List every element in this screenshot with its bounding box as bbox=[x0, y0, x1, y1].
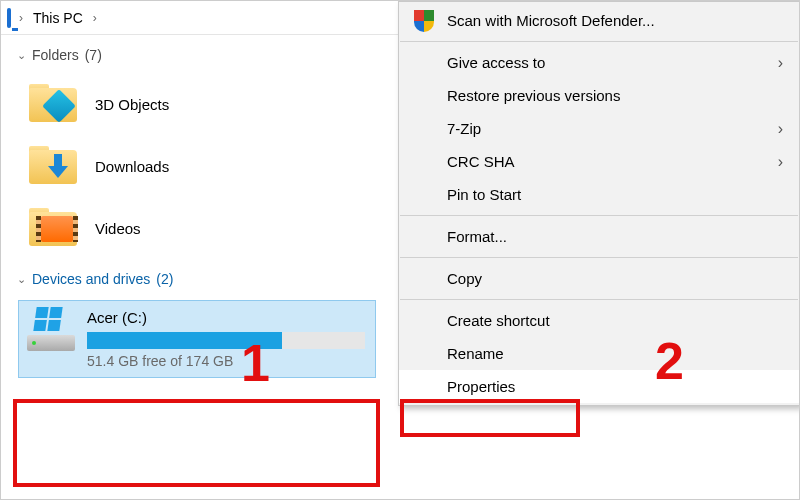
menu-label: CRC SHA bbox=[447, 153, 766, 170]
folder-label: Videos bbox=[95, 220, 141, 237]
chevron-right-icon[interactable]: › bbox=[91, 11, 99, 25]
drive-icon bbox=[27, 307, 75, 351]
menu-crc-sha[interactable]: CRC SHA › bbox=[399, 145, 799, 178]
menu-create-shortcut[interactable]: Create shortcut bbox=[399, 304, 799, 337]
menu-label: Restore previous versions bbox=[447, 87, 783, 104]
menu-label: 7-Zip bbox=[447, 120, 766, 137]
folder-icon bbox=[29, 208, 77, 248]
menu-label: Copy bbox=[447, 270, 783, 287]
menu-give-access[interactable]: Give access to › bbox=[399, 46, 799, 79]
drive-name: Acer (C:) bbox=[87, 309, 365, 326]
menu-label: Rename bbox=[447, 345, 783, 362]
folder-icon bbox=[29, 146, 77, 186]
chevron-right-icon: › bbox=[778, 120, 783, 138]
section-count: (2) bbox=[156, 271, 173, 287]
section-title: Folders bbox=[32, 47, 79, 63]
context-menu: Scan with Microsoft Defender... Give acc… bbox=[398, 1, 800, 406]
drive-usage-bar bbox=[87, 332, 365, 349]
menu-pin-to-start[interactable]: Pin to Start bbox=[399, 178, 799, 211]
menu-label: Format... bbox=[447, 228, 783, 245]
menu-label: Create shortcut bbox=[447, 312, 783, 329]
menu-label: Properties bbox=[447, 378, 783, 395]
menu-separator bbox=[400, 257, 798, 258]
section-title: Devices and drives bbox=[32, 271, 150, 287]
menu-7zip[interactable]: 7-Zip › bbox=[399, 112, 799, 145]
menu-label: Give access to bbox=[447, 54, 766, 71]
chevron-right-icon: › bbox=[778, 54, 783, 72]
menu-properties[interactable]: Properties bbox=[399, 370, 799, 403]
monitor-icon bbox=[7, 10, 11, 26]
menu-separator bbox=[400, 41, 798, 42]
menu-rename[interactable]: Rename bbox=[399, 337, 799, 370]
menu-format[interactable]: Format... bbox=[399, 220, 799, 253]
folder-label: 3D Objects bbox=[95, 96, 169, 113]
chevron-right-icon: › bbox=[778, 153, 783, 171]
annotation-box-1 bbox=[13, 399, 380, 487]
drive-free-text: 51.4 GB free of 174 GB bbox=[87, 353, 365, 369]
shield-icon bbox=[413, 10, 435, 32]
section-count: (7) bbox=[85, 47, 102, 63]
chevron-down-icon: ⌄ bbox=[17, 273, 26, 286]
folder-label: Downloads bbox=[95, 158, 169, 175]
breadcrumb-location[interactable]: This PC bbox=[31, 10, 85, 26]
menu-label: Scan with Microsoft Defender... bbox=[447, 12, 783, 29]
menu-label: Pin to Start bbox=[447, 186, 783, 203]
menu-restore-versions[interactable]: Restore previous versions bbox=[399, 79, 799, 112]
menu-separator bbox=[400, 299, 798, 300]
menu-separator bbox=[400, 215, 798, 216]
drive-c[interactable]: Acer (C:) 51.4 GB free of 174 GB bbox=[19, 301, 375, 377]
folder-icon bbox=[29, 84, 77, 124]
chevron-down-icon: ⌄ bbox=[17, 49, 26, 62]
menu-scan-defender[interactable]: Scan with Microsoft Defender... bbox=[399, 4, 799, 37]
menu-copy[interactable]: Copy bbox=[399, 262, 799, 295]
chevron-right-icon[interactable]: › bbox=[17, 11, 25, 25]
